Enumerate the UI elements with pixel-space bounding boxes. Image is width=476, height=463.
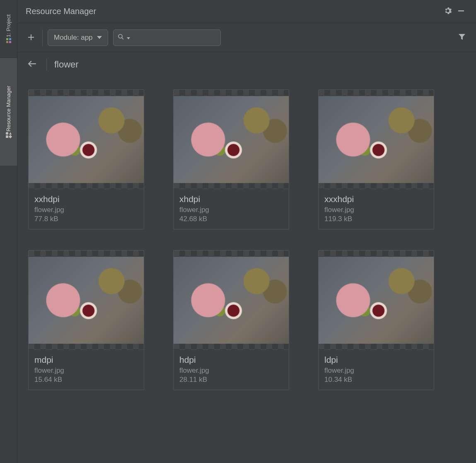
card-meta: xxxhdpi flower.jpg 119.3 kB: [319, 189, 434, 229]
minimize-button[interactable]: [454, 5, 468, 18]
left-rail-resource-manager[interactable]: Resource Manager: [0, 58, 17, 166]
svg-rect-8: [458, 10, 464, 12]
chevron-down-icon: [97, 36, 102, 39]
search-icon: [118, 34, 124, 42]
svg-marker-14: [127, 37, 130, 39]
left-rail-project[interactable]: 1: Project: [0, 0, 17, 58]
arrow-left-icon: [28, 60, 37, 69]
card-filesize: 10.34 kB: [324, 376, 428, 384]
card-filename: flower.jpg: [324, 367, 428, 375]
image-placeholder: [319, 96, 434, 183]
card-density: xxhdpi: [34, 194, 138, 204]
image-placeholder: [174, 96, 289, 183]
search-field[interactable]: [113, 29, 221, 46]
svg-rect-2: [6, 41, 8, 43]
left-rail: 1: Project Resource Manager: [0, 0, 17, 463]
card-filename: flower.jpg: [179, 206, 283, 214]
card-filename: flower.jpg: [34, 206, 138, 214]
svg-rect-10: [28, 37, 34, 38]
card-density: ldpi: [324, 355, 428, 365]
card-filesize: 28.11 kB: [179, 376, 283, 384]
svg-point-12: [118, 34, 122, 38]
toolbar-divider: [42, 29, 43, 46]
image-placeholder: [174, 257, 289, 344]
card-filesize: 77.8 kB: [34, 215, 138, 223]
card-thumbnail: [29, 251, 144, 350]
search-input[interactable]: [133, 34, 216, 41]
card-meta: ldpi flower.jpg 10.34 kB: [319, 350, 434, 390]
card-density: mdpi: [34, 355, 138, 365]
breadcrumb-divider: [46, 59, 47, 70]
card-filesize: 119.3 kB: [324, 215, 428, 223]
svg-line-13: [122, 38, 123, 39]
card-thumbnail: [319, 251, 434, 350]
breadcrumb-current: flower: [54, 59, 79, 70]
resource-card[interactable]: mdpi flower.jpg 15.64 kB: [28, 250, 144, 390]
card-filesize: 42.68 kB: [179, 215, 283, 223]
resource-card[interactable]: xhdpi flower.jpg 42.68 kB: [173, 89, 289, 229]
toolbar: Module: app: [17, 23, 476, 52]
resource-card[interactable]: xxhdpi flower.jpg 77.8 kB: [28, 89, 144, 229]
card-density: xxxhdpi: [324, 194, 428, 204]
left-rail-project-label: 1: Project: [5, 14, 12, 37]
card-meta: xhdpi flower.jpg 42.68 kB: [174, 189, 289, 229]
minimize-icon: [457, 7, 465, 17]
gear-icon: [444, 7, 452, 17]
module-dropdown-label: Module: app: [54, 34, 93, 42]
add-button[interactable]: [25, 31, 37, 44]
resource-card[interactable]: xxxhdpi flower.jpg 119.3 kB: [318, 89, 434, 229]
card-filename: flower.jpg: [324, 206, 428, 214]
svg-rect-7: [8, 135, 12, 138]
card-density: xhdpi: [179, 194, 283, 204]
resource-card[interactable]: ldpi flower.jpg 10.34 kB: [318, 250, 434, 390]
image-placeholder: [29, 96, 144, 183]
card-thumbnail: [319, 90, 434, 189]
svg-rect-0: [6, 38, 8, 40]
card-thumbnail: [29, 90, 144, 189]
svg-point-4: [5, 132, 8, 135]
card-thumbnail: [174, 251, 289, 350]
card-thumbnail: [174, 90, 289, 189]
image-placeholder: [29, 257, 144, 344]
left-rail-resource-manager-label: Resource Manager: [5, 86, 12, 132]
resource-grid: xxhdpi flower.jpg 77.8 kB xhdpi flower.j…: [17, 77, 476, 403]
breadcrumb: flower: [17, 52, 476, 77]
back-button[interactable]: [26, 58, 39, 71]
svg-marker-5: [9, 132, 12, 135]
project-icon: [5, 37, 12, 44]
card-filename: flower.jpg: [34, 367, 138, 375]
module-dropdown[interactable]: Module: app: [48, 29, 108, 46]
resource-manager-icon: [5, 131, 12, 139]
card-filename: flower.jpg: [179, 367, 283, 375]
svg-marker-11: [97, 36, 102, 39]
svg-rect-6: [6, 135, 8, 138]
card-meta: hdpi flower.jpg 28.11 kB: [174, 350, 289, 390]
titlebar: Resource Manager: [17, 0, 476, 23]
svg-rect-3: [9, 41, 11, 43]
main-panel: Resource Manager Module: app: [17, 0, 476, 463]
plus-icon: [28, 32, 34, 43]
search-dropdown-chevron-icon: [127, 34, 130, 41]
card-filesize: 15.64 kB: [34, 376, 138, 384]
image-placeholder: [319, 257, 434, 344]
panel-title: Resource Manager: [26, 7, 441, 16]
svg-marker-15: [459, 34, 465, 40]
card-density: hdpi: [179, 355, 283, 365]
resource-card[interactable]: hdpi flower.jpg 28.11 kB: [173, 250, 289, 390]
card-meta: xxhdpi flower.jpg 77.8 kB: [29, 189, 144, 229]
filter-button[interactable]: [455, 31, 469, 44]
settings-button[interactable]: [441, 5, 454, 18]
card-meta: mdpi flower.jpg 15.64 kB: [29, 350, 144, 390]
svg-rect-1: [9, 38, 11, 40]
filter-icon: [458, 33, 466, 42]
